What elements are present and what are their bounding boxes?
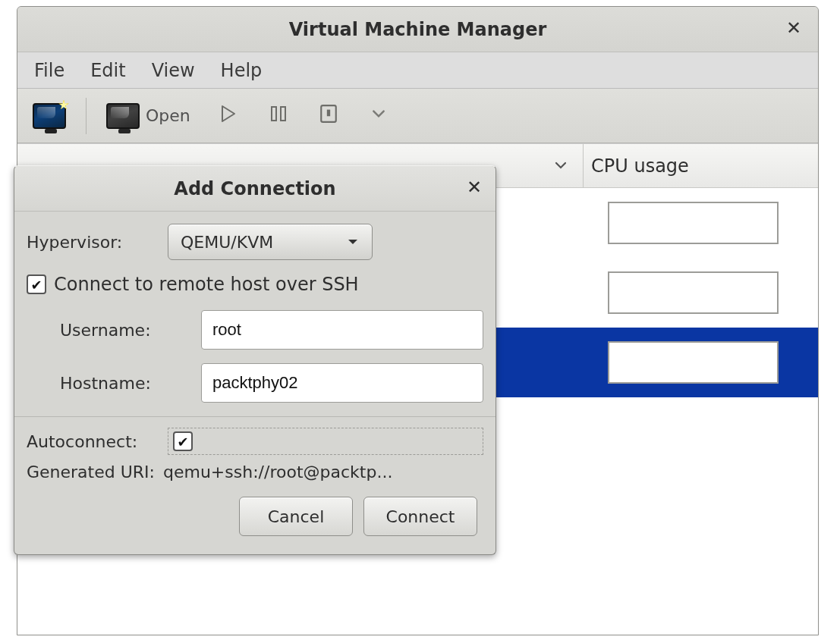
- generated-uri-value: qemu+ssh://root@packtp...: [163, 463, 392, 481]
- autoconnect-checkbox[interactable]: [173, 431, 193, 451]
- menu-file[interactable]: File: [24, 57, 75, 84]
- shutdown-button[interactable]: [310, 98, 347, 134]
- svg-rect-1: [272, 107, 276, 121]
- remote-ssh-checkbox[interactable]: [27, 274, 46, 294]
- dialog-close-button[interactable]: ✕: [462, 175, 486, 199]
- hypervisor-label: Hypervisor:: [27, 233, 156, 252]
- username-input[interactable]: [201, 310, 483, 350]
- add-connection-dialog: Add Connection ✕ Hypervisor: QEMU/KVM Co…: [14, 165, 496, 555]
- close-icon: ✕: [786, 17, 801, 39]
- open-vm-button[interactable]: Open: [100, 98, 197, 134]
- chevron-down-icon: [371, 106, 386, 125]
- shutdown-menu-button[interactable]: [360, 98, 397, 134]
- svg-rect-2: [281, 107, 285, 121]
- divider: [14, 416, 496, 417]
- menubar: File Edit View Help: [17, 52, 818, 89]
- power-icon: [319, 104, 338, 127]
- monitor-new-icon: [33, 103, 66, 129]
- sort-indicator-icon[interactable]: [554, 155, 568, 177]
- cancel-button[interactable]: Cancel: [239, 497, 353, 536]
- remote-ssh-label: Connect to remote host over SSH: [54, 274, 359, 295]
- column-header-cpu[interactable]: CPU usage: [583, 144, 818, 187]
- close-icon: ✕: [467, 177, 482, 198]
- dialog-titlebar: Add Connection ✕: [14, 166, 496, 212]
- run-button[interactable]: [210, 98, 247, 134]
- dialog-title: Add Connection: [174, 178, 335, 199]
- titlebar: Virtual Machine Manager ✕: [17, 7, 818, 52]
- menu-view[interactable]: View: [141, 57, 206, 84]
- generated-uri-label: Generated URI:: [27, 463, 156, 481]
- username-label: Username:: [27, 321, 189, 340]
- cpu-sparkline: [608, 271, 779, 314]
- new-vm-button[interactable]: [27, 98, 72, 134]
- pause-button[interactable]: [260, 98, 297, 134]
- cancel-button-label: Cancel: [268, 507, 325, 526]
- menu-help[interactable]: Help: [210, 57, 273, 84]
- window-title: Virtual Machine Manager: [289, 19, 547, 40]
- hypervisor-value: QEMU/KVM: [181, 233, 273, 252]
- toolbar-separator: [86, 98, 87, 134]
- cpu-sparkline: [608, 202, 779, 244]
- connect-button[interactable]: Connect: [363, 497, 477, 536]
- toolbar: Open: [17, 89, 818, 143]
- chevron-down-icon: [346, 235, 360, 249]
- monitor-icon: [106, 103, 140, 129]
- svg-marker-0: [222, 106, 234, 121]
- svg-rect-4: [327, 110, 330, 117]
- window-close-button[interactable]: ✕: [780, 14, 807, 42]
- hostname-label: Hostname:: [27, 374, 189, 393]
- cpu-sparkline: [608, 341, 779, 384]
- open-label: Open: [146, 106, 190, 125]
- pause-icon: [269, 105, 288, 127]
- hypervisor-dropdown[interactable]: QEMU/KVM: [168, 224, 373, 260]
- connect-button-label: Connect: [386, 507, 455, 526]
- play-icon: [219, 105, 238, 127]
- hostname-input[interactable]: [201, 363, 483, 403]
- column-header-cpu-label: CPU usage: [591, 155, 689, 177]
- menu-edit[interactable]: Edit: [80, 57, 136, 84]
- autoconnect-label: Autoconnect:: [27, 432, 156, 451]
